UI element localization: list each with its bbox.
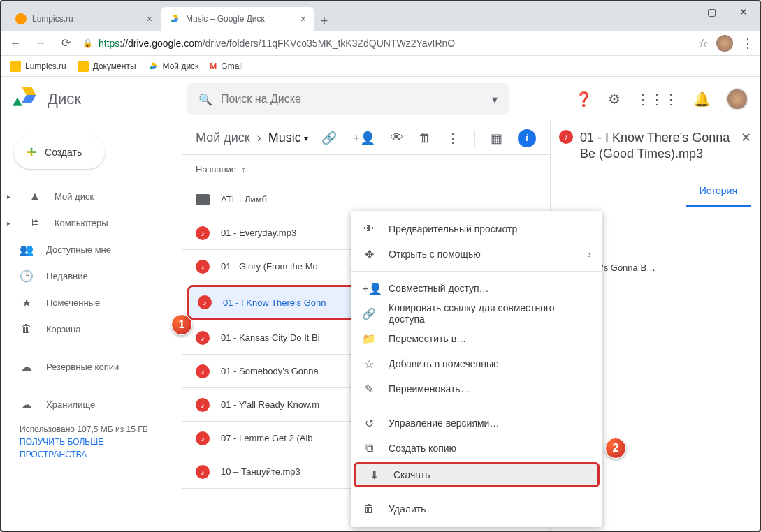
search-dropdown-icon[interactable]: ▾ — [492, 93, 498, 106]
bookmark-star-icon[interactable]: ☆ — [698, 36, 708, 50]
tab-history[interactable]: История — [686, 177, 751, 207]
computer-icon: 🖥 — [28, 216, 42, 229]
search-box[interactable]: 🔍 ▾ — [187, 83, 509, 115]
chevron-right-icon: › — [588, 249, 591, 260]
star-icon: ★ — [20, 296, 34, 309]
bookmark-gmail[interactable]: MGmail — [210, 61, 242, 71]
toolbar: Мой диск › Music ▾ 🔗 +👤 👁 🗑 ⋮ ▦ i — [182, 121, 550, 155]
audio-icon: ♪ — [196, 331, 210, 345]
account-avatar[interactable] — [726, 88, 748, 110]
audio-icon: ♪ — [196, 431, 210, 445]
sidebar-item-computers[interactable]: ▸🖥Компьютеры — [1, 209, 173, 236]
search-input[interactable] — [221, 93, 486, 105]
chrome-menu-icon[interactable]: ⋮ — [741, 36, 754, 51]
forward-button[interactable]: → — [32, 35, 49, 52]
breadcrumb-current[interactable]: Music ▾ — [268, 131, 308, 145]
delete-icon[interactable]: 🗑 — [419, 131, 431, 145]
audio-icon: ♪ — [196, 226, 210, 240]
link-icon: 🔗 — [362, 307, 376, 320]
notifications-bell-icon[interactable]: 🔔 — [693, 91, 711, 108]
chevron-right-icon: › — [257, 131, 261, 145]
sidebar-item-backups[interactable]: ☁Резервные копии — [1, 353, 173, 380]
more-icon[interactable]: ⋮ — [447, 131, 459, 146]
link-icon[interactable]: 🔗 — [321, 131, 337, 146]
history-icon: ↺ — [362, 417, 376, 430]
search-icon: 🔍 — [198, 93, 212, 106]
back-button[interactable]: ← — [7, 35, 24, 52]
close-details-icon[interactable]: ✕ — [741, 130, 751, 145]
open-with-icon: ✥ — [362, 248, 376, 261]
settings-gear-icon[interactable]: ⚙ — [608, 91, 621, 108]
bookmarks-bar: Lumpics.ru Документы Мой диск MGmail — [1, 56, 760, 77]
ctx-star[interactable]: ☆Добавить в помеченные — [351, 351, 602, 376]
audio-icon: ♪ — [559, 130, 573, 144]
audio-icon: ♪ — [196, 465, 210, 479]
ctx-rename[interactable]: ✎Переименовать… — [351, 376, 602, 401]
audio-icon: ♪ — [196, 364, 210, 378]
profile-avatar[interactable] — [716, 35, 733, 52]
bookmark-mydrive[interactable]: Мой диск — [147, 61, 199, 72]
create-button[interactable]: + Создать — [14, 135, 105, 169]
folder-move-icon: 📁 — [362, 332, 376, 346]
sidebar-item-trash[interactable]: 🗑Корзина — [1, 316, 173, 342]
lock-icon: 🔒 — [82, 38, 93, 48]
eye-icon: 👁 — [362, 223, 376, 235]
trash-icon: 🗑 — [362, 503, 376, 515]
close-tab-icon[interactable]: × — [147, 13, 152, 24]
maximize-button[interactable]: ▢ — [695, 1, 727, 22]
drive-title: Диск — [48, 90, 81, 108]
details-title: 01 - I Know There's Gonna Be (Good Times… — [580, 130, 734, 163]
grid-view-icon[interactable]: ▦ — [491, 131, 502, 146]
folder-icon — [196, 194, 210, 205]
drive-logo[interactable]: Диск — [13, 87, 187, 112]
eye-icon[interactable]: 👁 — [391, 131, 403, 145]
sidebar-item-mydrive[interactable]: ▸▲Мой диск — [1, 183, 173, 209]
bookmark-documents[interactable]: Документы — [78, 61, 136, 72]
clock-icon: 🕑 — [20, 269, 34, 283]
storage-used-text: Использовано 107,5 МБ из 15 ГБ — [20, 423, 164, 436]
sort-arrow-icon: ↑ — [241, 164, 246, 175]
audio-icon: ♪ — [196, 398, 210, 412]
column-header-name[interactable]: Название ↑ — [182, 155, 550, 183]
audio-icon: ♪ — [198, 295, 212, 309]
ctx-open-with[interactable]: ✥Открыть с помощью› — [351, 242, 602, 267]
reload-button[interactable]: ⟳ — [57, 35, 74, 52]
ctx-versions[interactable]: ↺Управление версиями… — [351, 411, 602, 436]
bookmark-lumpics[interactable]: Lumpics.ru — [10, 61, 66, 72]
ctx-move[interactable]: 📁Переместить в… — [351, 326, 602, 351]
browser-tab-1[interactable]: Lumpics.ru × — [7, 7, 161, 31]
info-icon-active[interactable]: i — [518, 129, 536, 147]
storage-upgrade-link[interactable]: ПОЛУЧИТЬ БОЛЬШЕ ПРОСТРАНСТВА — [20, 436, 164, 461]
ctx-copy[interactable]: ⧉Создать копию — [351, 436, 602, 461]
annotation-badge-2: 2 — [605, 438, 626, 459]
ctx-share[interactable]: +👤Совместный доступ… — [351, 276, 602, 301]
ctx-delete[interactable]: 🗑Удалить — [351, 496, 602, 522]
ctx-download[interactable]: ⬇Скачать — [354, 462, 600, 487]
sidebar-item-storage[interactable]: ☁Хранилище — [1, 391, 173, 418]
url-field[interactable]: 🔒 https://drive.google.com/drive/folders… — [82, 38, 690, 49]
apps-grid-icon[interactable]: ⋮⋮⋮ — [636, 91, 678, 108]
add-user-icon[interactable]: +👤 — [352, 131, 375, 146]
ctx-preview[interactable]: 👁Предварительный просмотр — [351, 216, 602, 242]
breadcrumb-root[interactable]: Мой диск — [196, 131, 250, 145]
tab-title: Lumpics.ru — [32, 14, 73, 24]
sidebar-item-starred[interactable]: ★Помеченные — [1, 289, 173, 316]
help-icon[interactable]: ❓ — [575, 91, 593, 108]
ctx-copy-link[interactable]: 🔗Копировать ссылку для совместного досту… — [351, 301, 602, 326]
trash-icon: 🗑 — [20, 323, 34, 335]
close-window-button[interactable]: ✕ — [727, 1, 760, 22]
sidebar-item-shared[interactable]: 👥Доступные мне — [1, 236, 173, 263]
plus-icon: + — [27, 142, 36, 162]
browser-titlebar: Lumpics.ru × Music – Google Диск × + — ▢… — [1, 1, 760, 31]
cloud-outline-icon: ☁ — [20, 398, 34, 411]
browser-tab-2-active[interactable]: Music – Google Диск × — [161, 7, 314, 31]
close-tab-icon[interactable]: × — [300, 13, 306, 24]
new-tab-button[interactable]: + — [314, 11, 334, 31]
cloud-icon: ☁ — [20, 360, 34, 374]
minimize-button[interactable]: — — [663, 1, 695, 22]
rename-icon: ✎ — [362, 383, 376, 396]
person-add-icon: +👤 — [362, 282, 376, 295]
drive-icon: ▲ — [28, 190, 42, 202]
audio-icon: ♪ — [196, 260, 210, 274]
sidebar-item-recent[interactable]: 🕑Недавние — [1, 263, 173, 289]
